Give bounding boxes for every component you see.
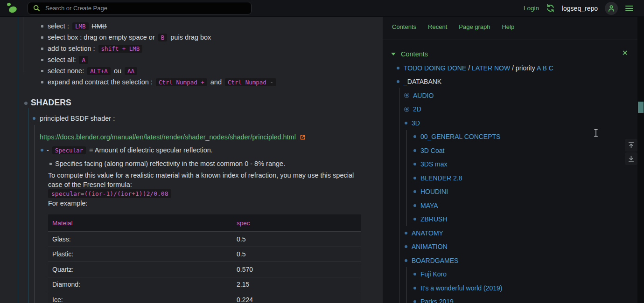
outline-item: select none: ALT+A ou AA bbox=[41, 65, 278, 76]
avatar[interactable] bbox=[605, 2, 618, 15]
outline-item: select all: A bbox=[41, 54, 278, 65]
formula-code: specular=((ior-1)/(ior+1))2/0.08 bbox=[48, 189, 171, 198]
contents-item-text: ANIMATION bbox=[412, 242, 448, 251]
contents-item: _DATABANK bbox=[383, 75, 637, 89]
bullet-square-icon[interactable] bbox=[41, 81, 43, 83]
page-link[interactable]: 3DS max bbox=[420, 160, 448, 168]
page-link[interactable]: BLENDER 2.8 bbox=[420, 174, 462, 182]
formula-row: specular=((ior-1)/(ior+1))2/0.08 bbox=[48, 190, 171, 197]
page-link[interactable]: 3D Coat bbox=[420, 147, 444, 154]
page-link[interactable]: 2D bbox=[413, 105, 421, 113]
bullet-icon[interactable] bbox=[405, 245, 407, 248]
close-icon[interactable]: ✕ bbox=[622, 49, 628, 57]
bullet-icon[interactable] bbox=[413, 204, 416, 207]
bullet-icon[interactable] bbox=[413, 287, 416, 289]
table-row: Quartz:0.570 bbox=[48, 262, 361, 277]
page-link[interactable]: 3D bbox=[412, 119, 420, 127]
text-span: / priority bbox=[510, 64, 537, 72]
inline-code: Specular bbox=[52, 146, 86, 154]
bullet-icon[interactable] bbox=[413, 300, 416, 303]
bullet-icon[interactable] bbox=[397, 67, 399, 69]
table-cell: 0.5 bbox=[237, 250, 361, 258]
sidebar-tab-page-graph[interactable]: Page graph bbox=[459, 23, 490, 30]
thread-line bbox=[34, 125, 35, 303]
sidebar-tab-contents[interactable]: Contents bbox=[392, 23, 416, 30]
bullet-square-icon[interactable] bbox=[41, 36, 43, 39]
page-link[interactable]: TODO DOING DONE bbox=[404, 64, 466, 72]
contents-section-title[interactable]: Contents bbox=[401, 50, 428, 58]
collapsed-bullet-icon[interactable] bbox=[406, 108, 408, 110]
text-span: _DATABANK bbox=[404, 78, 441, 85]
outline-item: expand and contract the selection : Ctrl… bbox=[41, 76, 278, 88]
menu-icon[interactable] bbox=[625, 4, 634, 13]
page-link[interactable]: ANATOMY bbox=[412, 229, 443, 237]
page-link[interactable]: ZBRUSH bbox=[420, 215, 448, 223]
sidebar-tab-help[interactable]: Help bbox=[502, 23, 514, 30]
bullet-icon[interactable] bbox=[405, 232, 407, 234]
contents-item-text: BOARDGAMES bbox=[412, 256, 458, 265]
page-link[interactable]: LATER NOW bbox=[472, 64, 510, 72]
bullet-square-icon[interactable] bbox=[41, 70, 43, 72]
outline-item: select : LMBRMB bbox=[41, 21, 278, 32]
bullet-icon[interactable] bbox=[33, 117, 35, 120]
logseq-logo-icon[interactable] bbox=[6, 2, 19, 14]
scrollbar-thumb[interactable] bbox=[638, 102, 644, 113]
search-box[interactable] bbox=[28, 2, 252, 14]
collapsed-bullet-icon[interactable] bbox=[406, 94, 408, 96]
blender-doc-link[interactable]: https://docs.blender.org/manual/en/lates… bbox=[40, 133, 296, 141]
contents-item-text: 3DS max bbox=[420, 160, 448, 168]
bullet-square-icon[interactable] bbox=[49, 163, 52, 165]
inline-code: B bbox=[158, 34, 168, 41]
bullet-icon[interactable] bbox=[24, 102, 28, 105]
bullet-icon[interactable] bbox=[413, 149, 416, 152]
page-link[interactable]: BOARDGAMES bbox=[412, 257, 458, 264]
bullet-icon[interactable] bbox=[413, 177, 416, 179]
table-cell: 2.15 bbox=[237, 281, 361, 288]
page-link[interactable]: MAYA bbox=[420, 202, 438, 209]
scrollbar-track[interactable] bbox=[637, 17, 644, 303]
contents-item-text: 00_GENERAL CONCEPTS bbox=[420, 132, 500, 141]
fresnel-paragraph: To compute this value for a realistic ma… bbox=[48, 171, 364, 189]
bullet-icon[interactable] bbox=[405, 259, 407, 262]
page-link[interactable]: 00_GENERAL CONCEPTS bbox=[420, 133, 500, 140]
contents-item-text: Fuji Koro bbox=[420, 270, 447, 278]
page-link[interactable]: HOUDINI bbox=[420, 188, 448, 195]
bullet-square-icon[interactable] bbox=[41, 48, 43, 50]
page-link[interactable]: AUDIO bbox=[413, 92, 434, 99]
scroll-to-bottom-button[interactable] bbox=[625, 152, 637, 165]
text-span: RMB bbox=[92, 22, 107, 30]
external-link-icon[interactable] bbox=[300, 134, 306, 140]
bullet-icon[interactable] bbox=[405, 122, 407, 124]
outline-item-text: select all: A bbox=[48, 56, 90, 63]
bullet-icon[interactable] bbox=[413, 218, 416, 220]
chevron-down-icon[interactable] bbox=[391, 53, 396, 55]
contents-item: AUDIO bbox=[383, 89, 637, 103]
inline-code: Ctrl Numpad + bbox=[156, 78, 207, 86]
bullet-icon[interactable] bbox=[413, 190, 416, 193]
bullet-square-icon[interactable] bbox=[41, 59, 43, 61]
bullet-icon[interactable] bbox=[413, 273, 416, 275]
bullet-icon[interactable] bbox=[397, 80, 399, 83]
for-example-label: For example: bbox=[48, 200, 88, 207]
page-link[interactable]: It's a wonderful world (2019) bbox=[420, 284, 502, 292]
scroll-to-top-button[interactable] bbox=[625, 139, 637, 152]
outline-item-text: select none: ALT+A ou AA bbox=[48, 67, 139, 75]
page-link[interactable]: Parks 2019 bbox=[420, 298, 454, 303]
contents-item-text: BLENDER 2.8 bbox=[420, 174, 462, 182]
text-span: select all: bbox=[48, 56, 77, 63]
bullet-icon[interactable] bbox=[413, 163, 416, 165]
search-input[interactable] bbox=[44, 4, 246, 12]
contents-item-text: MAYA bbox=[420, 201, 438, 210]
page-link[interactable]: ANIMATION bbox=[412, 243, 448, 250]
sync-icon[interactable] bbox=[546, 4, 555, 13]
page-link[interactable]: A B C bbox=[537, 64, 553, 72]
sidebar-tab-recent[interactable]: Recent bbox=[428, 23, 447, 30]
current-repo-button[interactable]: logseq_repo bbox=[562, 5, 598, 12]
bullet-icon[interactable] bbox=[413, 135, 416, 138]
login-button[interactable]: Login bbox=[524, 5, 539, 12]
text-span: / bbox=[466, 64, 472, 72]
page-link[interactable]: Fuji Koro bbox=[420, 270, 447, 278]
bullet-square-icon[interactable] bbox=[41, 25, 43, 28]
contents-item: 2D bbox=[383, 103, 637, 117]
bullet-icon[interactable] bbox=[41, 149, 43, 152]
